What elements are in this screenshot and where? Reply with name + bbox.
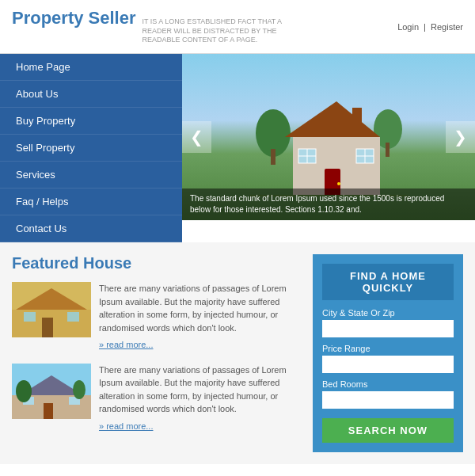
beds-select[interactable]	[322, 391, 454, 409]
featured-title: Featured House	[12, 254, 301, 272]
read-more-1[interactable]: » read more...	[99, 338, 301, 352]
sidebar-item-sell[interactable]: Sell Property	[0, 135, 182, 162]
read-more-2[interactable]: » read more...	[99, 420, 301, 433]
featured-img-2	[12, 364, 91, 419]
search-button[interactable]: SEARCH NOW	[322, 418, 454, 443]
sidebar-item-faq[interactable]: Faq / Helps	[0, 188, 182, 215]
find-home-title: FIND A HOME QUICKLY	[322, 264, 454, 300]
featured-section: Featured House There are many variations…	[0, 242, 475, 464]
svg-marker-5	[285, 101, 380, 137]
header: Property Seller IT IS A LONG ESTABLISHED…	[0, 0, 475, 54]
svg-point-29	[16, 380, 32, 402]
city-input[interactable]	[322, 320, 454, 337]
featured-text-1: There are many variations of passages of…	[99, 282, 301, 352]
sidebar-item-services[interactable]: Services	[0, 162, 182, 188]
svg-point-7	[337, 182, 340, 185]
svg-rect-15	[352, 108, 362, 124]
find-home-box: FIND A HOME QUICKLY City & State Or Zip …	[313, 254, 463, 452]
logo-title: Property Seller	[12, 8, 136, 29]
login-link[interactable]: Login	[397, 22, 419, 32]
house-illustration	[249, 86, 408, 196]
logo-area: Property Seller IT IS A LONG ESTABLISHED…	[12, 8, 301, 45]
svg-rect-26	[44, 403, 53, 419]
city-label: City & State Or Zip	[322, 308, 454, 318]
find-home-col: FIND A HOME QUICKLY City & State Or Zip …	[313, 254, 463, 452]
sidebar-item-home[interactable]: Home Page	[0, 54, 182, 81]
price-label: Price Range	[322, 344, 454, 353]
logo-tagline: IT IS A LONG ESTABLISHED FACT THAT A REA…	[142, 17, 301, 45]
beds-label: Bed Rooms	[322, 379, 454, 389]
hero-caption: The standard chunk of Lorem Ipsum used s…	[182, 188, 475, 220]
featured-item-2: There are many variations of passages of…	[12, 364, 301, 433]
sidebar-item-buy[interactable]: Buy Property	[0, 108, 182, 135]
sidebar-item-about[interactable]: About Us	[0, 81, 182, 108]
featured-col: Featured House There are many variations…	[12, 254, 301, 452]
header-separator: |	[424, 22, 426, 32]
header-links: Login | Register	[397, 22, 463, 32]
svg-rect-22	[12, 282, 91, 337]
featured-item-1: There are many variations of passages of…	[12, 282, 301, 352]
sidebar: Home Page About Us Buy Property Sell Pro…	[0, 54, 182, 242]
hero-banner: ❮ ❯ The standard chunk of Lorem Ipsum us…	[182, 54, 475, 220]
hero-next-arrow[interactable]: ❯	[446, 121, 475, 153]
svg-rect-1	[271, 149, 276, 165]
main-container: Home Page About Us Buy Property Sell Pro…	[0, 54, 475, 242]
house-thumb-1	[12, 282, 91, 337]
sidebar-item-contact[interactable]: Contact Us	[0, 215, 182, 242]
house-thumb-2	[12, 364, 91, 419]
price-select[interactable]	[322, 356, 454, 373]
hero-prev-arrow[interactable]: ❮	[182, 121, 211, 153]
sidebar-nav: Home Page About Us Buy Property Sell Pro…	[0, 54, 182, 242]
svg-rect-3	[386, 143, 390, 157]
welcome-section: Welcome To Property Seller There are man…	[0, 464, 475, 476]
featured-img-1	[12, 282, 91, 337]
svg-point-30	[73, 380, 86, 399]
featured-text-2: There are many variations of passages of…	[99, 364, 301, 433]
register-link[interactable]: Register	[431, 22, 463, 32]
